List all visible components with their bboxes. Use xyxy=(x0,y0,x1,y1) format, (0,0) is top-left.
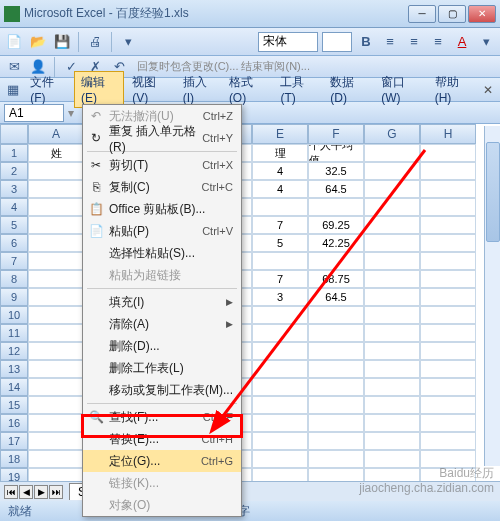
row-header[interactable]: 3 xyxy=(0,180,28,198)
cell[interactable]: 42.25 xyxy=(308,234,364,252)
row-header[interactable]: 17 xyxy=(0,432,28,450)
cell[interactable] xyxy=(252,360,308,378)
cell[interactable] xyxy=(252,342,308,360)
save-icon[interactable]: 💾 xyxy=(52,32,72,52)
cell[interactable] xyxy=(308,198,364,216)
toolbar-overflow-icon[interactable]: ▾ xyxy=(476,32,496,52)
cell[interactable]: 4 xyxy=(252,180,308,198)
cell[interactable] xyxy=(364,144,420,162)
worksheet-grid[interactable]: ABCDEFGH1姓理个人平均值2小432.53小464.54小5小769.25… xyxy=(0,124,500,504)
menu-item[interactable]: 替换(E)...Ctrl+H xyxy=(83,428,241,450)
cell[interactable]: 7 xyxy=(252,270,308,288)
cell[interactable] xyxy=(364,360,420,378)
menu-item[interactable]: 填充(I)▶ xyxy=(83,291,241,313)
font-color-button[interactable]: A xyxy=(452,32,472,52)
align-left-icon[interactable]: ≡ xyxy=(380,32,400,52)
menu-item[interactable]: 定位(G)...Ctrl+G xyxy=(83,450,241,472)
cell[interactable] xyxy=(364,324,420,342)
cell[interactable] xyxy=(28,414,84,432)
vertical-scrollbar[interactable] xyxy=(484,126,500,466)
cell[interactable] xyxy=(364,414,420,432)
cell[interactable] xyxy=(420,216,476,234)
cell[interactable]: 32.5 xyxy=(308,162,364,180)
cell[interactable] xyxy=(28,360,84,378)
cell[interactable] xyxy=(420,360,476,378)
menu-item[interactable]: 选择性粘贴(S)... xyxy=(83,242,241,264)
menu-file[interactable]: 文件(F) xyxy=(24,72,72,107)
col-header[interactable]: G xyxy=(364,124,420,144)
menu-window[interactable]: 窗口(W) xyxy=(375,72,426,107)
cell[interactable] xyxy=(252,252,308,270)
row-header[interactable]: 4 xyxy=(0,198,28,216)
row-header[interactable]: 16 xyxy=(0,414,28,432)
cell[interactable]: 64.5 xyxy=(308,180,364,198)
col-header[interactable]: F xyxy=(308,124,364,144)
menu-item[interactable]: 清除(A)▶ xyxy=(83,313,241,335)
cell[interactable] xyxy=(420,234,476,252)
menu-item[interactable]: ↻重复 插入单元格(R)Ctrl+Y xyxy=(83,127,241,149)
new-icon[interactable]: 📄 xyxy=(4,32,24,52)
cell[interactable] xyxy=(28,252,84,270)
cell[interactable] xyxy=(364,198,420,216)
cell[interactable] xyxy=(28,378,84,396)
row-header[interactable]: 9 xyxy=(0,288,28,306)
cell[interactable] xyxy=(364,432,420,450)
cell[interactable] xyxy=(308,432,364,450)
cell[interactable] xyxy=(364,378,420,396)
cell[interactable] xyxy=(308,306,364,324)
cell[interactable]: 姓 xyxy=(28,144,84,162)
cell[interactable] xyxy=(252,324,308,342)
row-header[interactable]: 5 xyxy=(0,216,28,234)
cell[interactable] xyxy=(420,162,476,180)
font-selector[interactable]: 宋体 xyxy=(258,32,318,52)
cell[interactable] xyxy=(420,414,476,432)
cell[interactable] xyxy=(420,198,476,216)
print-icon[interactable]: 🖨 xyxy=(85,32,105,52)
cell[interactable] xyxy=(308,450,364,468)
cell[interactable] xyxy=(308,342,364,360)
sheet-nav[interactable]: ⏮◀▶⏭ xyxy=(4,485,63,499)
menu-item[interactable]: 删除(D)... xyxy=(83,335,241,357)
col-header[interactable]: A xyxy=(28,124,84,144)
row-header[interactable]: 12 xyxy=(0,342,28,360)
row-header[interactable]: 7 xyxy=(0,252,28,270)
menu-item[interactable]: 🔍查找(F)...Ctrl+F xyxy=(83,406,241,428)
cell[interactable] xyxy=(252,378,308,396)
email-icon[interactable]: ✉ xyxy=(4,57,24,77)
menu-item[interactable]: 移动或复制工作表(M)... xyxy=(83,379,241,401)
cell[interactable] xyxy=(420,252,476,270)
col-header[interactable]: H xyxy=(420,124,476,144)
cell[interactable] xyxy=(28,396,84,414)
cell[interactable] xyxy=(364,396,420,414)
cell[interactable] xyxy=(420,378,476,396)
cell[interactable] xyxy=(308,360,364,378)
cell[interactable] xyxy=(420,342,476,360)
row-header[interactable]: 18 xyxy=(0,450,28,468)
menu-item[interactable]: ✂剪切(T)Ctrl+X xyxy=(83,154,241,176)
row-header[interactable]: 6 xyxy=(0,234,28,252)
cell[interactable]: 7 xyxy=(252,216,308,234)
cell[interactable]: 个人平均值 xyxy=(308,144,364,162)
cell[interactable] xyxy=(252,450,308,468)
cell[interactable] xyxy=(252,414,308,432)
cell[interactable] xyxy=(28,162,84,180)
cell[interactable] xyxy=(420,396,476,414)
menu-help[interactable]: 帮助(H) xyxy=(429,72,478,107)
cell[interactable] xyxy=(28,270,84,288)
bold-button[interactable]: B xyxy=(356,32,376,52)
cell[interactable] xyxy=(28,342,84,360)
cell[interactable] xyxy=(308,252,364,270)
cell[interactable] xyxy=(252,198,308,216)
minimize-button[interactable]: ─ xyxy=(408,5,436,23)
cell[interactable] xyxy=(420,270,476,288)
cell[interactable] xyxy=(420,324,476,342)
menu-insert[interactable]: 插入(I) xyxy=(177,72,221,107)
align-right-icon[interactable]: ≡ xyxy=(428,32,448,52)
menu-item[interactable]: 📋Office 剪贴板(B)... xyxy=(83,198,241,220)
cell[interactable] xyxy=(364,306,420,324)
menu-format[interactable]: 格式(O) xyxy=(223,72,273,107)
cell[interactable] xyxy=(308,324,364,342)
cell[interactable] xyxy=(420,306,476,324)
cell[interactable] xyxy=(252,396,308,414)
cell[interactable] xyxy=(364,342,420,360)
